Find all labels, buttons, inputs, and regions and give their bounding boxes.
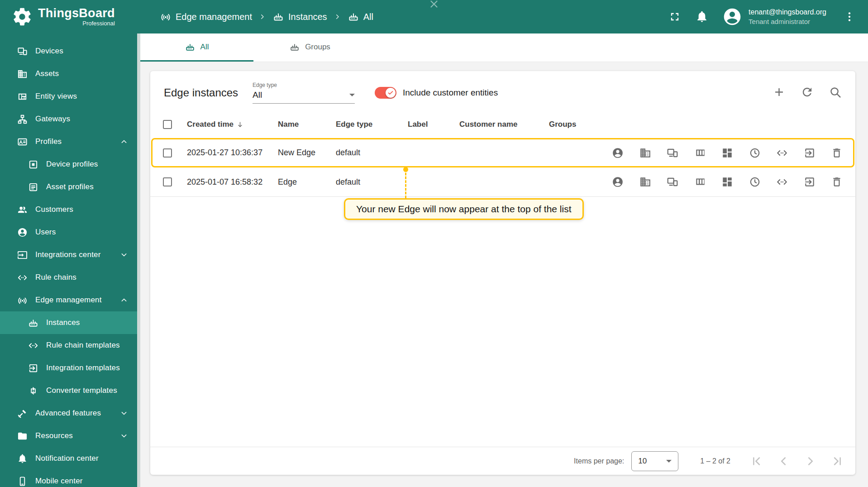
manage-devices-button[interactable]	[667, 147, 678, 159]
header-actions: tenant@thingsboard.org Tenant administra…	[654, 7, 855, 27]
sidebar-item-notification-center[interactable]: Notification center	[0, 447, 140, 470]
rule-chain-icon	[28, 340, 38, 351]
edge-instance-icon	[348, 11, 359, 22]
tab-groups[interactable]: Groups	[253, 33, 367, 62]
sidebar-item-asset-profiles[interactable]: Asset profiles	[0, 176, 140, 198]
page-size-select[interactable]: 10	[631, 451, 678, 471]
edge-type-select[interactable]: Edge type All	[253, 82, 355, 104]
notifications-button[interactable]	[695, 10, 709, 24]
sidebar-item-label: Integration templates	[46, 363, 120, 372]
sidebar-item-customers[interactable]: Customers	[0, 198, 140, 221]
sidebar-item-mobile-center[interactable]: Mobile center	[0, 470, 140, 487]
next-page-icon	[804, 454, 817, 468]
manage-users-button[interactable]	[612, 176, 624, 188]
manage-integrations-button[interactable]	[804, 147, 816, 159]
tab-label: Groups	[305, 43, 330, 52]
clock-icon	[749, 147, 761, 159]
sidebar-item-entity-views[interactable]: Entity views	[0, 85, 140, 108]
manage-devices-button[interactable]	[667, 176, 678, 188]
manage-entity-views-button[interactable]	[694, 176, 706, 188]
content-area: Edge instances Edge type All	[140, 62, 868, 487]
account-circle-icon	[612, 147, 624, 159]
breadcrumb-separator-icon	[334, 13, 341, 20]
column-label: Created time	[187, 120, 234, 129]
manage-rule-chains-button[interactable]	[776, 176, 788, 188]
manage-dashboards-button[interactable]	[721, 147, 733, 159]
sidebar-item-label: Converter templates	[46, 386, 117, 395]
manage-rule-chains-button[interactable]	[776, 147, 788, 159]
fullscreen-button[interactable]	[668, 10, 682, 24]
sidebar-item-advanced-features[interactable]: Advanced features	[0, 402, 140, 425]
table-row[interactable]: 2025-01-27 10:36:37 New Edge default	[151, 138, 854, 167]
edge-events-button[interactable]	[749, 176, 761, 188]
refresh-button[interactable]	[801, 86, 814, 100]
thingsboard-logo[interactable]: ThingsBoard Professional	[12, 6, 130, 27]
sidebar: Devices Assets Entity views Gateways Pro…	[0, 33, 140, 487]
paginator-nav	[749, 454, 844, 468]
breadcrumb-label: Instances	[288, 12, 327, 22]
chevron-down-icon	[119, 431, 129, 440]
column-groups[interactable]: Groups	[549, 120, 612, 129]
sidebar-item-gateways[interactable]: Gateways	[0, 108, 140, 130]
folder-icon	[17, 431, 28, 441]
next-page-button[interactable]	[804, 454, 817, 468]
previous-page-button[interactable]	[777, 454, 790, 468]
sidebar-item-resources[interactable]: Resources	[0, 425, 140, 447]
toggle-label: Include customer entities	[403, 88, 498, 98]
manage-entity-views-button[interactable]	[694, 147, 706, 159]
sidebar-item-integration-templates[interactable]: Integration templates	[0, 357, 140, 379]
sidebar-item-converter-templates[interactable]: Converter templates	[0, 379, 140, 402]
cell-name: New Edge	[278, 148, 336, 158]
sidebar-item-rule-chain-templates[interactable]: Rule chain templates	[0, 334, 140, 357]
sidebar-item-integrations-center[interactable]: Integrations center	[0, 244, 140, 266]
breadcrumb-all[interactable]: All	[348, 11, 373, 22]
breadcrumb-edge-management[interactable]: Edge management	[160, 11, 252, 22]
caret-down-icon	[349, 94, 355, 96]
sidebar-item-profiles[interactable]: Profiles	[0, 130, 140, 153]
row-checkbox[interactable]	[163, 177, 172, 186]
sidebar-item-device-profiles[interactable]: Device profiles	[0, 153, 140, 176]
column-customer-name[interactable]: Customer name	[459, 120, 549, 129]
table-row[interactable]: 2025-01-07 16:58:32 Edge default	[150, 167, 855, 197]
column-label-col[interactable]: Label	[408, 120, 459, 129]
tab-all[interactable]: All	[140, 33, 253, 62]
column-created-time[interactable]: Created time	[187, 120, 278, 129]
include-customer-entities-toggle[interactable]: Include customer entities	[375, 87, 498, 99]
edge-instance-icon	[185, 42, 195, 52]
delete-edge-button[interactable]	[831, 176, 843, 188]
manage-assets-button[interactable]	[639, 147, 651, 159]
exit-to-app-icon	[804, 147, 816, 159]
search-button[interactable]	[829, 86, 842, 100]
column-name[interactable]: Name	[278, 120, 336, 129]
close-icon[interactable]	[428, 0, 440, 10]
sidebar-item-devices[interactable]: Devices	[0, 40, 140, 62]
breadcrumb-label: Edge management	[176, 12, 252, 22]
last-page-button[interactable]	[831, 454, 844, 468]
more-menu-button[interactable]	[844, 11, 855, 23]
column-label: Label	[408, 120, 428, 129]
manage-users-button[interactable]	[612, 147, 624, 159]
sidebar-item-edge-management[interactable]: Edge management	[0, 289, 140, 311]
row-checkbox[interactable]	[163, 148, 172, 158]
delete-edge-button[interactable]	[831, 147, 843, 159]
first-page-button[interactable]	[749, 454, 763, 468]
manage-integrations-button[interactable]	[804, 176, 816, 188]
avatar[interactable]	[722, 7, 742, 27]
edge-instance-icon	[28, 318, 38, 328]
select-all-checkbox[interactable]	[163, 120, 172, 129]
add-edge-button[interactable]	[773, 86, 786, 100]
sidebar-item-assets[interactable]: Assets	[0, 62, 140, 85]
edge-events-button[interactable]	[749, 147, 761, 159]
devices-icon	[17, 46, 28, 57]
sidebar-item-users[interactable]: Users	[0, 221, 140, 244]
manage-dashboards-button[interactable]	[721, 176, 733, 188]
sidebar-item-rule-chains[interactable]: Rule chains	[0, 266, 140, 289]
breadcrumb-instances[interactable]: Instances	[273, 11, 327, 22]
toggle-track	[375, 87, 396, 99]
manage-assets-button[interactable]	[639, 176, 651, 188]
column-edge-type[interactable]: Edge type	[336, 120, 408, 129]
edge-type-value: All	[253, 90, 262, 100]
user-info: tenant@thingsboard.org Tenant administra…	[749, 7, 826, 26]
sidebar-item-label: Instances	[46, 318, 80, 327]
sidebar-item-instances[interactable]: Instances	[0, 311, 140, 334]
